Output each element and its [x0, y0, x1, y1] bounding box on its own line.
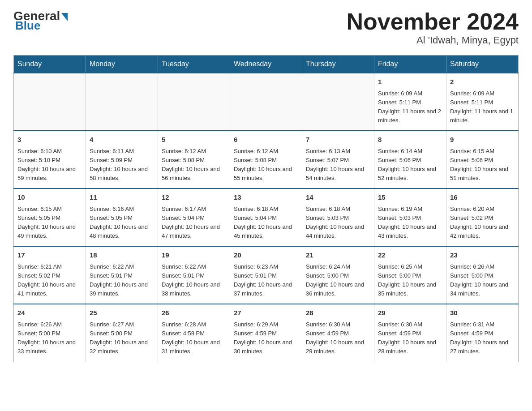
- day-number: 1: [378, 77, 442, 87]
- day-info: Sunrise: 6:29 AMSunset: 4:59 PMDaylight:…: [234, 320, 298, 356]
- day-number: 19: [162, 250, 226, 261]
- day-info: Sunrise: 6:24 AMSunset: 5:00 PMDaylight:…: [306, 262, 370, 299]
- day-number: 24: [17, 308, 82, 318]
- day-number: 17: [17, 250, 82, 261]
- day-info: Sunrise: 6:28 AMSunset: 4:59 PMDaylight:…: [162, 320, 226, 356]
- calendar-day-cell: 17Sunrise: 6:21 AMSunset: 5:02 PMDayligh…: [14, 246, 86, 304]
- day-number: 23: [450, 250, 515, 261]
- calendar-day-cell: 27Sunrise: 6:29 AMSunset: 4:59 PMDayligh…: [230, 304, 302, 362]
- day-info: Sunrise: 6:12 AMSunset: 5:08 PMDaylight:…: [234, 147, 298, 183]
- calendar-day-cell: 4Sunrise: 6:11 AMSunset: 5:09 PMDaylight…: [86, 131, 158, 188]
- day-number: 20: [234, 250, 298, 261]
- calendar-day-cell: 13Sunrise: 6:18 AMSunset: 5:04 PMDayligh…: [230, 188, 302, 246]
- day-of-week-header: Tuesday: [158, 56, 230, 73]
- calendar-table: SundayMondayTuesdayWednesdayThursdayFrid…: [13, 55, 519, 362]
- day-number: 28: [306, 308, 370, 318]
- day-number: 10: [17, 193, 82, 203]
- calendar-day-cell: 7Sunrise: 6:13 AMSunset: 5:07 PMDaylight…: [302, 131, 374, 188]
- day-info: Sunrise: 6:09 AMSunset: 5:11 PMDaylight:…: [450, 89, 515, 125]
- day-of-week-header: Sunday: [14, 56, 86, 73]
- day-of-week-header: Wednesday: [230, 56, 302, 73]
- day-info: Sunrise: 6:20 AMSunset: 5:02 PMDaylight:…: [450, 205, 515, 241]
- day-number: 29: [378, 308, 442, 318]
- calendar-day-cell: 19Sunrise: 6:22 AMSunset: 5:01 PMDayligh…: [158, 246, 230, 304]
- day-info: Sunrise: 6:15 AMSunset: 5:06 PMDaylight:…: [450, 147, 515, 183]
- calendar-day-cell: 30Sunrise: 6:31 AMSunset: 4:59 PMDayligh…: [446, 304, 519, 362]
- day-info: Sunrise: 6:18 AMSunset: 5:03 PMDaylight:…: [306, 205, 370, 241]
- calendar-day-cell: 26Sunrise: 6:28 AMSunset: 4:59 PMDayligh…: [158, 304, 230, 362]
- calendar-body: 1Sunrise: 6:09 AMSunset: 5:11 PMDaylight…: [14, 73, 519, 362]
- calendar-day-cell: 16Sunrise: 6:20 AMSunset: 5:02 PMDayligh…: [446, 188, 519, 246]
- calendar-day-cell: 28Sunrise: 6:30 AMSunset: 4:59 PMDayligh…: [302, 304, 374, 362]
- day-info: Sunrise: 6:14 AMSunset: 5:06 PMDaylight:…: [378, 147, 442, 183]
- calendar-day-cell: 18Sunrise: 6:22 AMSunset: 5:01 PMDayligh…: [86, 246, 158, 304]
- calendar-title: November 2024: [347, 9, 519, 34]
- day-info: Sunrise: 6:10 AMSunset: 5:10 PMDaylight:…: [17, 147, 82, 183]
- day-info: Sunrise: 6:15 AMSunset: 5:05 PMDaylight:…: [17, 205, 82, 241]
- day-info: Sunrise: 6:26 AMSunset: 5:00 PMDaylight:…: [17, 320, 82, 356]
- calendar-day-cell: [302, 73, 374, 131]
- day-of-week-header: Thursday: [302, 56, 374, 73]
- day-number: 11: [90, 193, 154, 203]
- day-number: 14: [306, 193, 370, 203]
- calendar-day-cell: 6Sunrise: 6:12 AMSunset: 5:08 PMDaylight…: [230, 131, 302, 188]
- calendar-day-cell: 8Sunrise: 6:14 AMSunset: 5:06 PMDaylight…: [374, 131, 446, 188]
- day-info: Sunrise: 6:26 AMSunset: 5:00 PMDaylight:…: [450, 262, 515, 299]
- day-of-week-header: Monday: [86, 56, 158, 73]
- logo: General Blue: [13, 9, 68, 33]
- calendar-day-cell: 29Sunrise: 6:30 AMSunset: 4:59 PMDayligh…: [374, 304, 446, 362]
- day-info: Sunrise: 6:21 AMSunset: 5:02 PMDaylight:…: [17, 262, 82, 299]
- calendar-header-row: SundayMondayTuesdayWednesdayThursdayFrid…: [14, 56, 519, 73]
- day-info: Sunrise: 6:30 AMSunset: 4:59 PMDaylight:…: [306, 320, 370, 356]
- day-info: Sunrise: 6:19 AMSunset: 5:03 PMDaylight:…: [378, 205, 442, 241]
- calendar-week-row: 17Sunrise: 6:21 AMSunset: 5:02 PMDayligh…: [14, 246, 519, 304]
- day-number: 4: [90, 135, 154, 145]
- calendar-day-cell: 9Sunrise: 6:15 AMSunset: 5:06 PMDaylight…: [446, 131, 519, 188]
- calendar-day-cell: 21Sunrise: 6:24 AMSunset: 5:00 PMDayligh…: [302, 246, 374, 304]
- day-of-week-header: Saturday: [446, 56, 519, 73]
- day-number: 16: [450, 193, 515, 203]
- day-info: Sunrise: 6:17 AMSunset: 5:04 PMDaylight:…: [162, 205, 226, 241]
- day-info: Sunrise: 6:27 AMSunset: 5:00 PMDaylight:…: [90, 320, 154, 356]
- calendar-day-cell: 25Sunrise: 6:27 AMSunset: 5:00 PMDayligh…: [86, 304, 158, 362]
- calendar-day-cell: 14Sunrise: 6:18 AMSunset: 5:03 PMDayligh…: [302, 188, 374, 246]
- calendar-day-cell: 22Sunrise: 6:25 AMSunset: 5:00 PMDayligh…: [374, 246, 446, 304]
- day-info: Sunrise: 6:11 AMSunset: 5:09 PMDaylight:…: [90, 147, 154, 183]
- day-number: 3: [17, 135, 82, 145]
- calendar-day-cell: 15Sunrise: 6:19 AMSunset: 5:03 PMDayligh…: [374, 188, 446, 246]
- logo-arrow-icon: [61, 13, 68, 21]
- day-number: 25: [90, 308, 154, 318]
- calendar-day-cell: 5Sunrise: 6:12 AMSunset: 5:08 PMDaylight…: [158, 131, 230, 188]
- day-number: 27: [234, 308, 298, 318]
- day-number: 2: [450, 77, 515, 87]
- calendar-day-cell: 23Sunrise: 6:26 AMSunset: 5:00 PMDayligh…: [446, 246, 519, 304]
- calendar-day-cell: [14, 73, 86, 131]
- day-info: Sunrise: 6:25 AMSunset: 5:00 PMDaylight:…: [378, 262, 442, 299]
- calendar-day-cell: 24Sunrise: 6:26 AMSunset: 5:00 PMDayligh…: [14, 304, 86, 362]
- day-info: Sunrise: 6:12 AMSunset: 5:08 PMDaylight:…: [162, 147, 226, 183]
- day-number: 7: [306, 135, 370, 145]
- day-number: 22: [378, 250, 442, 261]
- day-number: 30: [450, 308, 515, 318]
- calendar-day-cell: [158, 73, 230, 131]
- day-of-week-header: Friday: [374, 56, 446, 73]
- logo-blue-text: Blue: [15, 19, 40, 33]
- day-info: Sunrise: 6:09 AMSunset: 5:11 PMDaylight:…: [378, 89, 442, 125]
- day-info: Sunrise: 6:31 AMSunset: 4:59 PMDaylight:…: [450, 320, 515, 356]
- calendar-day-cell: [230, 73, 302, 131]
- calendar-week-row: 24Sunrise: 6:26 AMSunset: 5:00 PMDayligh…: [14, 304, 519, 362]
- calendar-week-row: 3Sunrise: 6:10 AMSunset: 5:10 PMDaylight…: [14, 131, 519, 188]
- day-info: Sunrise: 6:23 AMSunset: 5:01 PMDaylight:…: [234, 262, 298, 299]
- day-info: Sunrise: 6:22 AMSunset: 5:01 PMDaylight:…: [90, 262, 154, 299]
- calendar-header: SundayMondayTuesdayWednesdayThursdayFrid…: [14, 56, 519, 73]
- day-number: 21: [306, 250, 370, 261]
- day-number: 9: [450, 135, 515, 145]
- calendar-day-cell: 1Sunrise: 6:09 AMSunset: 5:11 PMDaylight…: [374, 73, 446, 131]
- day-info: Sunrise: 6:13 AMSunset: 5:07 PMDaylight:…: [306, 147, 370, 183]
- day-info: Sunrise: 6:22 AMSunset: 5:01 PMDaylight:…: [162, 262, 226, 299]
- calendar-day-cell: [86, 73, 158, 131]
- day-number: 5: [162, 135, 226, 145]
- calendar-week-row: 10Sunrise: 6:15 AMSunset: 5:05 PMDayligh…: [14, 188, 519, 246]
- calendar-title-block: November 2024 Al 'Idwah, Minya, Egypt: [347, 9, 519, 46]
- day-number: 13: [234, 193, 298, 203]
